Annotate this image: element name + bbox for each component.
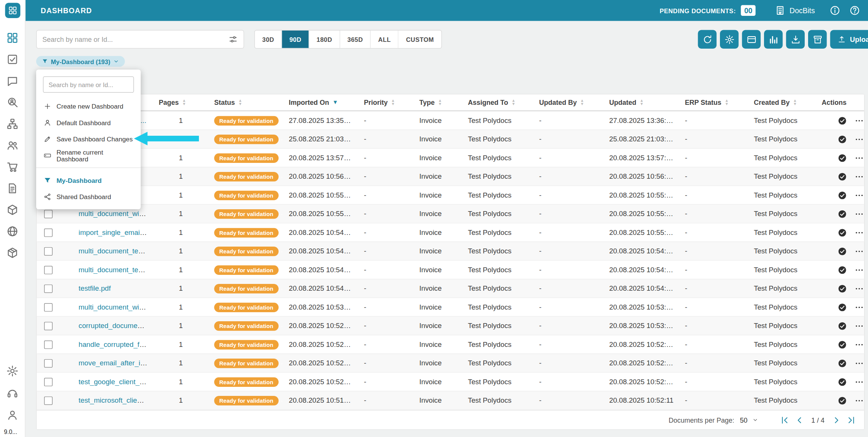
sidebar-profile-icon[interactable] — [6, 409, 19, 421]
sidebar-validation-icon[interactable] — [6, 53, 19, 66]
row-menu-icon[interactable] — [854, 134, 864, 144]
row-menu-icon[interactable] — [854, 209, 864, 219]
approve-icon[interactable] — [837, 209, 847, 219]
approve-icon[interactable] — [837, 228, 847, 238]
column-header-imported-on[interactable]: Imported On▼ — [283, 95, 359, 110]
document-link[interactable]: corrupted_document... — [79, 322, 150, 330]
column-header-updated[interactable]: Updated▲▼ — [604, 95, 679, 110]
row-menu-icon[interactable] — [854, 153, 864, 163]
previous-page-icon[interactable] — [794, 415, 804, 425]
upload-button[interactable]: Upload — [830, 30, 868, 49]
org-switcher[interactable]: DocBits — [775, 5, 815, 16]
row-menu-icon[interactable] — [854, 377, 864, 387]
range-button-180d[interactable]: 180D — [309, 31, 340, 48]
row-checkbox[interactable] — [44, 340, 53, 349]
column-header-created-by[interactable]: Created By▲▼ — [748, 95, 816, 110]
sidebar-network-icon[interactable] — [6, 225, 19, 238]
sort-icon[interactable]: ▲▼ — [580, 99, 584, 106]
menu-item-my-dashboard[interactable]: My-Dashboard — [36, 172, 141, 189]
sort-icon[interactable]: ▲▼ — [512, 99, 515, 106]
row-checkbox[interactable] — [44, 284, 53, 293]
settings-button[interactable] — [720, 30, 739, 49]
sidebar-modules-icon[interactable] — [6, 247, 19, 259]
filter-sliders-icon[interactable] — [228, 35, 238, 44]
per-page-value[interactable]: 50 — [740, 416, 747, 424]
row-menu-icon[interactable] — [854, 265, 864, 275]
dashboard-search-input[interactable] — [43, 77, 134, 93]
row-checkbox[interactable] — [44, 265, 53, 274]
document-link[interactable]: move_email_after_im... — [79, 359, 152, 367]
dashboard-selector-chip[interactable]: My-Dashboard (193) — [36, 56, 125, 67]
row-menu-icon[interactable] — [854, 340, 864, 350]
per-page-chevron-icon[interactable] — [752, 417, 758, 423]
info-icon[interactable] — [830, 5, 840, 16]
column-header-updated-by[interactable]: Updated By▲▼ — [533, 95, 604, 110]
column-header-pages[interactable]: Pages▲▼ — [153, 95, 209, 110]
row-menu-icon[interactable] — [854, 228, 864, 238]
approve-icon[interactable] — [837, 358, 847, 368]
row-checkbox[interactable] — [44, 322, 53, 330]
archive-button[interactable] — [808, 30, 827, 49]
sidebar-dashboard-icon[interactable] — [6, 32, 19, 44]
approve-icon[interactable] — [837, 116, 847, 126]
document-link[interactable]: test_google_client_20... — [79, 378, 153, 386]
sort-desc-icon[interactable]: ▼ — [333, 100, 338, 105]
range-button-365d[interactable]: 365D — [340, 31, 371, 48]
row-checkbox[interactable] — [44, 396, 53, 405]
row-menu-icon[interactable] — [854, 358, 864, 368]
approve-icon[interactable] — [837, 134, 847, 144]
sidebar-packages-icon[interactable] — [6, 204, 19, 216]
approve-icon[interactable] — [837, 246, 847, 256]
sidebar-support-icon[interactable] — [6, 387, 19, 399]
menu-item-default-dashboard[interactable]: Default Dashboard — [36, 114, 141, 131]
column-header-type[interactable]: Type▲▼ — [414, 95, 462, 110]
document-link[interactable]: multi_document_test... — [79, 266, 150, 274]
column-header-priority[interactable]: Priority▲▼ — [358, 95, 414, 110]
row-menu-icon[interactable] — [854, 116, 864, 126]
row-menu-icon[interactable] — [854, 172, 864, 181]
next-page-icon[interactable] — [831, 415, 842, 425]
document-link[interactable]: testfile.pdf — [79, 285, 111, 293]
sidebar-invoices-icon[interactable] — [6, 182, 19, 195]
range-button-90d[interactable]: 90D — [282, 31, 309, 48]
column-header-erp-status[interactable]: ERP Status▲▼ — [679, 95, 748, 110]
menu-item-shared-dashboard[interactable]: Shared Dashboard — [36, 189, 141, 205]
sidebar-purchase-orders-icon[interactable] — [6, 161, 19, 173]
approve-icon[interactable] — [837, 396, 847, 405]
row-checkbox[interactable] — [44, 377, 53, 386]
document-link[interactable]: multi_document_with... — [79, 303, 151, 311]
approve-icon[interactable] — [837, 340, 847, 350]
row-checkbox[interactable] — [44, 210, 53, 218]
approve-icon[interactable] — [837, 302, 847, 312]
last-page-icon[interactable] — [846, 415, 856, 425]
column-header-assigned-to[interactable]: Assigned To▲▼ — [462, 95, 533, 110]
approve-icon[interactable] — [837, 377, 847, 387]
menu-item-save-dashboard-changes[interactable]: Save Dashboard Changes — [36, 131, 141, 147]
document-link[interactable]: multi_document_with... — [79, 210, 151, 218]
card-view-button[interactable] — [742, 30, 761, 49]
approve-icon[interactable] — [837, 153, 847, 163]
help-icon[interactable] — [850, 5, 860, 16]
sort-icon[interactable]: ▲▼ — [640, 99, 643, 106]
row-checkbox[interactable] — [44, 228, 53, 237]
sidebar-settings-icon[interactable] — [6, 365, 19, 377]
range-button-all[interactable]: ALL — [371, 31, 399, 48]
range-button-custom[interactable]: CUSTOM — [399, 31, 441, 48]
menu-item-create-new-dashboard[interactable]: Create new Dashboard — [36, 98, 141, 115]
sort-icon[interactable]: ▲▼ — [391, 99, 395, 106]
sort-icon[interactable]: ▲▼ — [438, 99, 442, 106]
row-menu-icon[interactable] — [854, 246, 864, 256]
sidebar-chat-icon[interactable] — [6, 75, 19, 87]
sort-icon[interactable]: ▲▼ — [182, 99, 186, 106]
approve-icon[interactable] — [837, 265, 847, 275]
first-page-icon[interactable] — [779, 415, 790, 425]
approve-icon[interactable] — [837, 190, 847, 200]
row-menu-icon[interactable] — [854, 190, 864, 200]
document-link[interactable]: handle_corrupted_file... — [79, 340, 153, 348]
export-button[interactable] — [786, 30, 805, 49]
row-checkbox[interactable] — [44, 303, 53, 311]
document-link[interactable]: test_microsoft_client... — [79, 397, 149, 405]
app-logo[interactable] — [5, 3, 20, 18]
search-input[interactable] — [43, 35, 229, 43]
document-link[interactable]: import_single_email_... — [79, 228, 151, 236]
